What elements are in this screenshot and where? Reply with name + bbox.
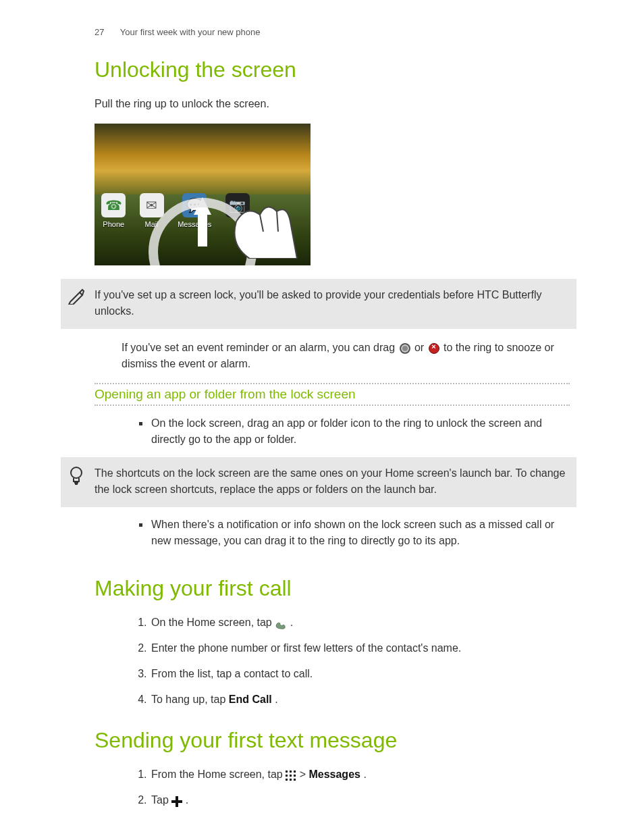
dismiss-icon [429, 343, 439, 354]
call-step-2: Enter the phone number or first few lett… [150, 640, 570, 656]
subsection-opening-app: Opening an app or folder from the lock s… [95, 387, 570, 402]
section-first-text-title: Sending your first text message [95, 728, 570, 753]
lockscreen-screenshot: ☎ Phone ✉ Mail 💬 Messages 📷 [95, 124, 311, 265]
phone-icon: ☎ [101, 193, 126, 217]
unlocking-intro: Pull the ring up to unlock the screen. [95, 96, 570, 111]
separator [95, 405, 570, 406]
svg-point-0 [71, 467, 82, 478]
call-step-1: On the Home screen, tap . [150, 615, 570, 631]
inline-drag-info: If you've set an event reminder or an al… [95, 340, 570, 372]
messages-label: Messages [308, 768, 360, 780]
note-shortcuts-text: The shortcuts on the lock screen are the… [95, 467, 565, 495]
pencil-icon [68, 287, 85, 305]
snooze-icon [400, 343, 410, 354]
plus-icon [171, 796, 182, 807]
bullet-notification: When there's a notification or info show… [150, 517, 570, 549]
separator [95, 383, 570, 384]
phone-dialer-icon [275, 619, 287, 628]
dock-item-phone: ☎ Phone [101, 193, 126, 228]
finger-illustration [223, 191, 304, 259]
text-step-1: From the Home screen, tap > Messages . [150, 766, 570, 783]
apps-grid-icon [286, 771, 296, 781]
page-number: 27 [95, 27, 104, 37]
chapter-title: Your first week with your new phone [120, 27, 261, 37]
page-content: 27 Your first week with your new phone U… [0, 0, 644, 834]
note-shortcuts: The shortcuts on the lock screen are the… [61, 457, 576, 507]
page-header: 27 Your first week with your new phone [95, 27, 570, 37]
section-unlocking-title: Unlocking the screen [95, 57, 570, 82]
bullet-drag-app: On the lock screen, drag an app or folde… [150, 415, 570, 448]
section-first-call-title: Making your first call [95, 576, 570, 601]
note-credentials-text: If you've set up a screen lock, you'll b… [95, 289, 541, 317]
call-step-4: To hang up, tap End Call . [150, 692, 570, 708]
mail-icon: ✉ [140, 193, 164, 217]
end-call-label: End Call [229, 694, 272, 705]
note-credentials: If you've set up a screen lock, you'll b… [61, 279, 576, 329]
lightbulb-icon [68, 465, 85, 483]
call-step-3: From the list, tap a contact to call. [150, 666, 570, 682]
text-step-2: Tap . [150, 792, 570, 808]
